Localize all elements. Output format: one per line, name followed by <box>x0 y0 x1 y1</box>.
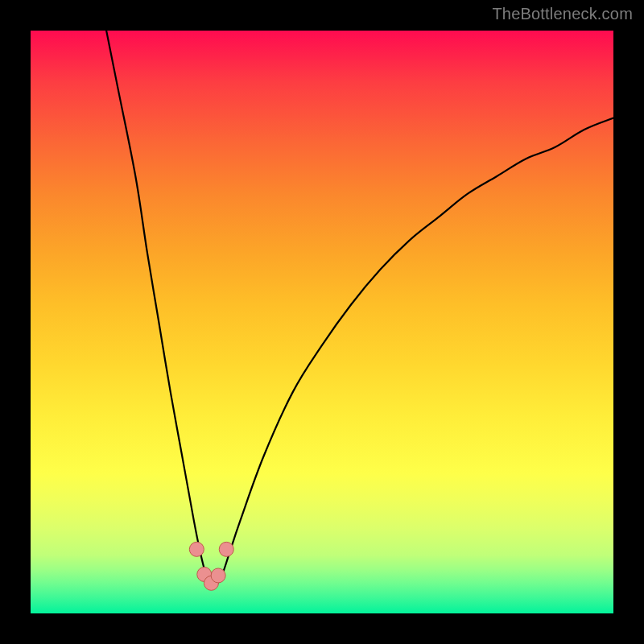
highlight-dot <box>189 542 204 556</box>
curve-layer <box>31 31 613 613</box>
highlight-dot <box>211 568 225 583</box>
highlight-dot <box>219 542 233 556</box>
bottleneck-curve <box>106 31 613 586</box>
watermark-text: TheBottleneck.com <box>492 5 633 23</box>
highlight-dots-group <box>189 542 233 590</box>
plot-area <box>31 31 613 613</box>
chart-frame: TheBottleneck.com <box>0 0 644 644</box>
